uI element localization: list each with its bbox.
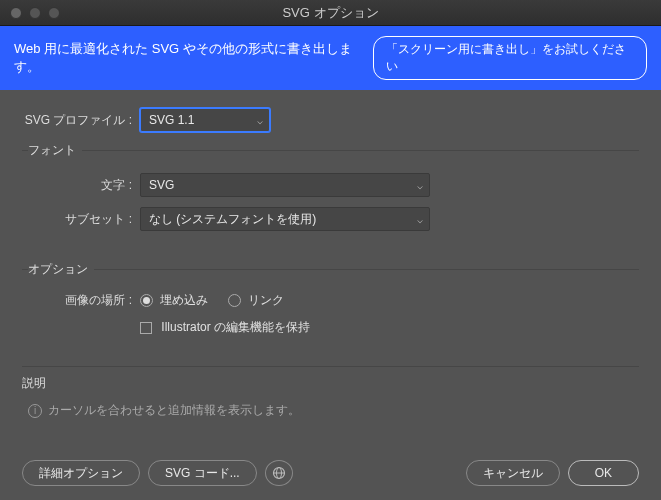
info-banner: Web 用に最適化された SVG やその他の形式に書き出します。 「スクリーン用… [0,26,661,90]
font-subset-value: なし (システムフォントを使用) [149,211,316,228]
font-type-label: 文字 : [22,177,140,194]
content-area: SVG プロファイル : SVG 1.1 ⌵ フォント 文字 : SVG ⌵ サ… [0,90,661,419]
font-subset-label: サブセット : [22,211,140,228]
info-icon: i [28,404,42,418]
chevron-down-icon: ⌵ [257,115,263,126]
minimize-window-icon[interactable] [29,7,41,19]
preserve-label: Illustrator の編集機能を保持 [161,320,310,334]
link-radio[interactable] [228,294,241,307]
font-subset-select[interactable]: なし (システムフォントを使用) ⌵ [140,207,430,231]
titlebar: SVG オプション [0,0,661,26]
globe-icon [272,466,286,480]
advanced-options-button[interactable]: 詳細オプション [22,460,140,486]
traffic-lights [10,7,60,19]
embed-radio[interactable] [140,294,153,307]
image-location-group: 埋め込み リンク [140,292,300,309]
web-preview-button[interactable] [265,460,293,486]
font-legend: フォント [28,142,82,159]
svg-profile-select[interactable]: SVG 1.1 ⌵ [140,108,270,132]
window-title: SVG オプション [282,4,378,22]
font-type-select[interactable]: SVG ⌵ [140,173,430,197]
try-screen-export-button[interactable]: 「スクリーン用に書き出し」をお試しください [373,36,647,80]
ok-button[interactable]: OK [568,460,639,486]
description-text-row: i カーソルを合わせると追加情報を表示します。 [22,402,639,419]
cancel-button[interactable]: キャンセル [466,460,560,486]
options-fieldset: オプション 画像の場所 : 埋め込み リンク Illustrator の編集機能… [22,261,639,352]
close-window-icon[interactable] [10,7,22,19]
svg-profile-value: SVG 1.1 [149,113,194,127]
link-label: リンク [248,293,284,307]
font-fieldset: フォント 文字 : SVG ⌵ サブセット : なし (システムフォントを使用)… [22,142,639,247]
image-location-label: 画像の場所 : [22,292,140,309]
zoom-window-icon[interactable] [48,7,60,19]
description-text: カーソルを合わせると追加情報を表示します。 [48,402,300,419]
preserve-group: Illustrator の編集機能を保持 [140,319,310,336]
font-type-value: SVG [149,178,174,192]
embed-label: 埋め込み [160,293,208,307]
svg-profile-label: SVG プロファイル : [22,112,140,129]
chevron-down-icon: ⌵ [417,214,423,225]
chevron-down-icon: ⌵ [417,180,423,191]
options-legend: オプション [28,261,94,278]
footer: 詳細オプション SVG コード... キャンセル OK [22,460,639,486]
banner-text: Web 用に最適化された SVG やその他の形式に書き出します。 [14,40,373,76]
svg-code-button[interactable]: SVG コード... [148,460,257,486]
description-section: 説明 i カーソルを合わせると追加情報を表示します。 [22,366,639,419]
description-legend: 説明 [22,375,639,392]
preserve-checkbox[interactable] [140,322,152,334]
